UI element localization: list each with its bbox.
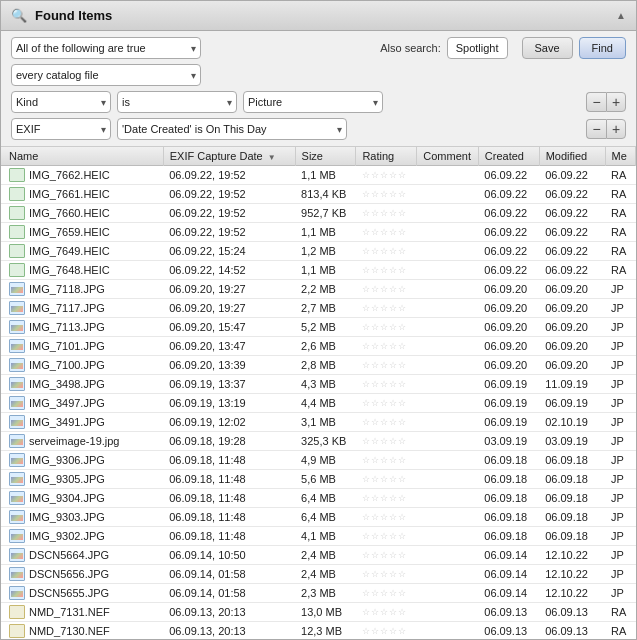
heic-file-icon [9,187,25,201]
table-row[interactable]: IMG_7118.JPG 06.09.20, 19:27 2,2 MB ☆☆☆☆… [1,280,636,299]
remove-condition-button-1[interactable]: − [586,92,606,112]
table-row[interactable]: IMG_7649.HEIC 06.09.22, 15:24 1,2 MB ☆☆☆… [1,242,636,261]
table-row[interactable]: DSCN5664.JPG 06.09.14, 10:50 2,4 MB ☆☆☆☆… [1,546,636,565]
table-row[interactable]: IMG_7648.HEIC 06.09.22, 14:52 1,1 MB ☆☆☆… [1,261,636,280]
date-created-wrapper: 'Date Created' is On This Day [117,118,347,140]
exif-select[interactable]: EXIF [11,118,111,140]
find-button[interactable]: Find [579,37,626,59]
col-modified[interactable]: Modified [539,147,605,166]
results-table-container[interactable]: Name EXIF Capture Date ▼ Size Rating Com… [1,147,636,639]
cell-size: 813,4 KB [295,185,356,204]
cell-comment [417,508,479,527]
cell-name: IMG_7661.HEIC [1,185,163,203]
jpg-file-icon [9,491,25,505]
cell-rating: ☆☆☆☆☆ [356,280,417,299]
table-row[interactable]: IMG_7101.JPG 06.09.20, 13:47 2,6 MB ☆☆☆☆… [1,337,636,356]
table-row[interactable]: IMG_7659.HEIC 06.09.22, 19:52 1,1 MB ☆☆☆… [1,223,636,242]
table-row[interactable]: IMG_7661.HEIC 06.09.22, 19:52 813,4 KB ☆… [1,185,636,204]
cell-created: 06.09.14 [478,546,539,565]
cell-date: 06.09.19, 12:02 [163,413,295,432]
cell-created: 06.09.18 [478,451,539,470]
cell-name: IMG_3497.JPG [1,394,163,412]
cell-name: IMG_7659.HEIC [1,223,163,241]
table-row[interactable]: serveimage-19.jpg 06.09.18, 19:28 325,3 … [1,432,636,451]
cell-name: NMD_7130.NEF [1,622,163,639]
cell-comment [417,527,479,546]
col-comment[interactable]: Comment [417,147,479,166]
all-following-select[interactable]: All of the following are true [11,37,201,59]
table-row[interactable]: IMG_9305.JPG 06.09.18, 11:48 5,6 MB ☆☆☆☆… [1,470,636,489]
table-row[interactable]: IMG_9303.JPG 06.09.18, 11:48 6,4 MB ☆☆☆☆… [1,508,636,527]
cell-me: JP [605,508,635,527]
table-row[interactable]: IMG_9302.JPG 06.09.18, 11:48 4,1 MB ☆☆☆☆… [1,527,636,546]
search-icon: 🔍 [11,8,27,23]
cell-modified: 06.09.22 [539,185,605,204]
cell-created: 06.09.20 [478,337,539,356]
cell-name: DSCN5655.JPG [1,584,163,602]
is-select[interactable]: is [117,91,237,113]
picture-select[interactable]: Picture [243,91,383,113]
file-name: serveimage-19.jpg [29,435,120,447]
date-created-select[interactable]: 'Date Created' is On This Day [117,118,347,140]
col-size[interactable]: Size [295,147,356,166]
jpg-file-icon [9,339,25,353]
table-row[interactable]: IMG_7117.JPG 06.09.20, 19:27 2,7 MB ☆☆☆☆… [1,299,636,318]
cell-comment [417,375,479,394]
cell-me: RA [605,603,635,622]
cell-rating: ☆☆☆☆☆ [356,451,417,470]
cell-rating: ☆☆☆☆☆ [356,527,417,546]
add-condition-button-1[interactable]: + [606,92,626,112]
remove-condition-button-2[interactable]: − [586,119,606,139]
cell-modified: 06.09.22 [539,204,605,223]
save-button[interactable]: Save [522,37,573,59]
table-row[interactable]: IMG_7100.JPG 06.09.20, 13:39 2,8 MB ☆☆☆☆… [1,356,636,375]
table-row[interactable]: IMG_3497.JPG 06.09.19, 13:19 4,4 MB ☆☆☆☆… [1,394,636,413]
table-row[interactable]: DSCN5656.JPG 06.09.14, 01:58 2,4 MB ☆☆☆☆… [1,565,636,584]
heic-file-icon [9,244,25,258]
cell-modified: 06.09.20 [539,318,605,337]
file-name: IMG_9302.JPG [29,530,105,542]
table-row[interactable]: IMG_9304.JPG 06.09.18, 11:48 6,4 MB ☆☆☆☆… [1,489,636,508]
table-row[interactable]: IMG_3498.JPG 06.09.19, 13:37 4,3 MB ☆☆☆☆… [1,375,636,394]
cell-rating: ☆☆☆☆☆ [356,375,417,394]
table-row[interactable]: IMG_9306.JPG 06.09.18, 11:48 4,9 MB ☆☆☆☆… [1,451,636,470]
col-exif-date[interactable]: EXIF Capture Date ▼ [163,147,295,166]
kind-select[interactable]: Kind [11,91,111,113]
cell-modified: 06.09.13 [539,622,605,640]
cell-size: 2,4 MB [295,565,356,584]
table-row[interactable]: IMG_7113.JPG 06.09.20, 15:47 5,2 MB ☆☆☆☆… [1,318,636,337]
cell-name: IMG_9305.JPG [1,470,163,488]
table-row[interactable]: IMG_7662.HEIC 06.09.22, 19:52 1,1 MB ☆☆☆… [1,166,636,185]
cell-rating: ☆☆☆☆☆ [356,489,417,508]
file-name: IMG_7660.HEIC [29,207,110,219]
table-row[interactable]: IMG_7660.HEIC 06.09.22, 19:52 952,7 KB ☆… [1,204,636,223]
main-window: 🔍 Found Items ▲ All of the following are… [0,0,637,640]
col-me[interactable]: Me [605,147,635,166]
table-row[interactable]: NMD_7131.NEF 06.09.13, 20:13 13,0 MB ☆☆☆… [1,603,636,622]
table-row[interactable]: IMG_3491.JPG 06.09.19, 12:02 3,1 MB ☆☆☆☆… [1,413,636,432]
spotlight-button[interactable]: Spotlight [447,37,508,59]
cell-comment [417,204,479,223]
cell-name: IMG_7660.HEIC [1,204,163,222]
table-row[interactable]: DSCN5655.JPG 06.09.14, 01:58 2,3 MB ☆☆☆☆… [1,584,636,603]
all-following-wrapper: All of the following are true [11,37,201,59]
cell-name: IMG_7113.JPG [1,318,163,336]
cell-me: RA [605,622,635,640]
cell-name: IMG_9302.JPG [1,527,163,545]
cell-comment [417,280,479,299]
collapse-icon[interactable]: ▲ [616,10,626,21]
col-rating[interactable]: Rating [356,147,417,166]
catalog-select[interactable]: every catalog file [11,64,201,86]
file-name: IMG_7118.JPG [29,283,105,295]
cell-me: JP [605,394,635,413]
cell-rating: ☆☆☆☆☆ [356,261,417,280]
table-row[interactable]: NMD_7130.NEF 06.09.13, 20:13 12,3 MB ☆☆☆… [1,622,636,640]
jpg-file-icon [9,453,25,467]
cell-me: JP [605,299,635,318]
cell-created: 06.09.19 [478,394,539,413]
cell-size: 1,1 MB [295,261,356,280]
add-condition-button-2[interactable]: + [606,119,626,139]
cell-rating: ☆☆☆☆☆ [356,318,417,337]
col-created[interactable]: Created [478,147,539,166]
col-name[interactable]: Name [1,147,163,166]
